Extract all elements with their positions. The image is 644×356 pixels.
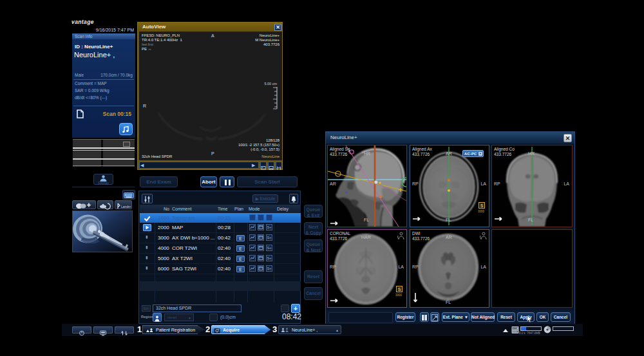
svg-text:S+: S+ — [267, 236, 272, 239]
svg-text:S+: S+ — [267, 256, 272, 260]
svg-text:Landm: Landm — [121, 205, 131, 209]
svg-text:S+: S+ — [267, 225, 272, 229]
svg-text:S+: S+ — [267, 267, 272, 270]
svg-text:S+: S+ — [267, 246, 272, 250]
